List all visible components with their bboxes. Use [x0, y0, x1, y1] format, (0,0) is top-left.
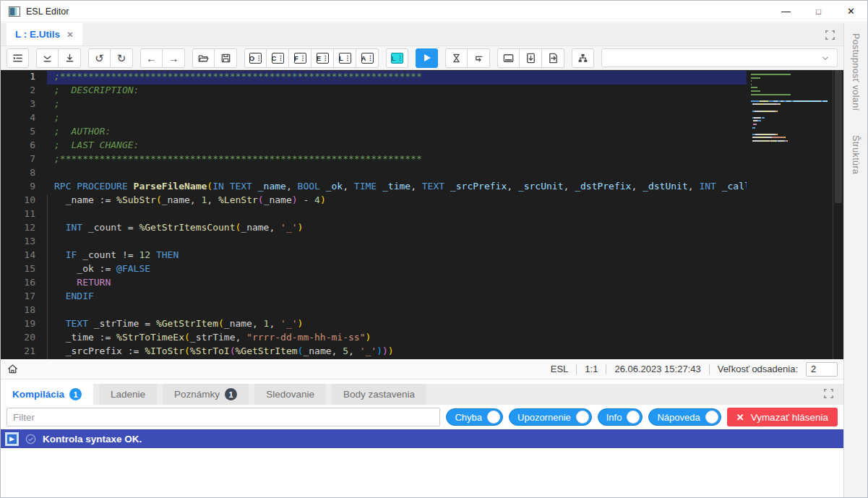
browse-events-button[interactable]: E⋮ — [311, 48, 334, 68]
sidebar-tab-call-sequence[interactable]: Postupnosť volaní — [851, 33, 861, 111]
toolbar-group — [572, 48, 594, 68]
code-line[interactable]: TEXT _strTime = %GetStrItem(_name, 1, '_… — [47, 318, 747, 332]
wait-mode-button[interactable] — [445, 48, 468, 68]
expand-editor-icon[interactable] — [824, 29, 836, 41]
sidebar-tab-structure[interactable]: Štruktúra — [851, 135, 861, 174]
toggle-upozornenie[interactable]: Upozornenie — [509, 408, 592, 426]
line-number: 16 — [1, 277, 43, 291]
panel-tab-kompilacia[interactable]: Kompilácia1 — [1, 384, 93, 405]
open-document-button[interactable] — [192, 48, 215, 68]
panel-tab-body-zastavenia[interactable]: Body zastavenia — [332, 384, 426, 405]
minimap-line — [751, 80, 832, 82]
minimap-line — [751, 87, 832, 88]
toolbar-group — [497, 48, 564, 68]
line-number: 13 — [1, 236, 43, 249]
check-circle-icon — [25, 433, 37, 445]
toggle-chyba[interactable]: Chyba — [446, 408, 503, 426]
toggle-info[interactable]: Info — [598, 408, 643, 426]
panel-tab-label: Ladenie — [111, 389, 145, 400]
message-row[interactable]: ▶ Kontrola syntaxe OK. — [1, 429, 843, 448]
script-selector[interactable] — [601, 48, 838, 67]
code-line[interactable]: ;***************************************… — [47, 71, 747, 85]
save-document-button[interactable] — [215, 48, 237, 68]
indent-size-input[interactable] — [806, 362, 838, 377]
code-line[interactable]: IF _count != 12 THEN — [47, 249, 747, 263]
code-editor[interactable]: 123456789101112131415161718192021 ;*****… — [1, 70, 843, 359]
line-number: 11 — [1, 208, 43, 222]
browse-actions-button[interactable]: A⋮ — [356, 48, 379, 68]
line-number: 12 — [1, 222, 43, 236]
expand-panel-icon[interactable] — [822, 387, 835, 400]
code-line[interactable] — [47, 208, 747, 222]
code-line[interactable]: ;***************************************… — [47, 153, 747, 167]
minimap-line — [751, 134, 832, 135]
browse-objects-button[interactable]: O⋮ — [244, 48, 267, 68]
tab-count-badge: 1 — [225, 388, 237, 400]
run-button[interactable] — [416, 48, 438, 68]
code-line[interactable]: ; — [47, 98, 747, 112]
code-line[interactable]: _name := %SubStr(_name, 1, %LenStr(_name… — [47, 194, 747, 208]
scrollbar-thumb[interactable] — [835, 70, 842, 203]
browse-locals-active-button[interactable]: L⋮ — [386, 48, 408, 68]
code-line[interactable] — [47, 304, 747, 318]
code-line[interactable]: _ok := @FALSE — [47, 263, 747, 277]
divider — [576, 364, 577, 374]
panel-tab-sledovanie[interactable]: Sledovanie — [254, 384, 326, 405]
code-line[interactable]: RPC PROCEDURE ParseFileName(IN TEXT _nam… — [47, 181, 747, 194]
code-line[interactable] — [47, 167, 747, 181]
code-content[interactable]: ;***************************************… — [47, 71, 747, 359]
navigate-back-button[interactable]: ← — [140, 48, 163, 68]
outline-button[interactable] — [7, 48, 29, 68]
save-log-button[interactable] — [520, 48, 542, 68]
minimap[interactable] — [751, 74, 832, 143]
undo-button[interactable]: ↺ — [88, 48, 111, 68]
letter-E-icon: E⋮ — [317, 53, 329, 64]
toggle-label: Info — [606, 412, 622, 423]
panel-tab-poznamky[interactable]: Poznámky1 — [163, 384, 249, 405]
code-line[interactable]: ; DESCRIPTION: — [47, 85, 747, 98]
repeat-icon — [473, 52, 485, 64]
clear-messages-button[interactable]: ✕ Vymazať hlásenia — [727, 408, 838, 426]
floppy-icon — [220, 52, 232, 64]
code-line[interactable]: _time := %StrToTimeEx(_strTime, "rrrr-dd… — [47, 332, 747, 345]
code-line[interactable]: ; AUTHOR: — [47, 126, 747, 139]
show-bottom-panel-button[interactable] — [497, 48, 520, 68]
export-log-button[interactable] — [542, 48, 564, 68]
tab-e-utils[interactable]: L : E.Utils ✕ — [7, 23, 82, 46]
panel-tab-ladenie[interactable]: Ladenie — [99, 384, 157, 405]
chevron-down-icon — [820, 52, 831, 64]
toolbar-group: ↺↻ — [88, 48, 133, 68]
filter-input[interactable] — [7, 408, 440, 426]
code-line[interactable]: ; — [47, 112, 747, 126]
close-button[interactable]: ✕ — [835, 1, 867, 22]
browse-locals-button[interactable]: L⋮ — [334, 48, 356, 68]
check-syntax-button[interactable] — [36, 48, 59, 68]
redo-button[interactable]: ↻ — [111, 48, 133, 68]
tab-close-icon[interactable]: ✕ — [66, 30, 74, 40]
code-line[interactable]: RETURN — [47, 277, 747, 291]
right-sidebar: Postupnosť volaní Štruktúra — [843, 23, 867, 497]
home-icon[interactable] — [7, 363, 19, 375]
code-line[interactable]: INT _count = %GetStrItemsCount(_name, '_… — [47, 222, 747, 236]
browse-functions-button[interactable]: F⋮ — [289, 48, 311, 68]
minimap-line — [751, 90, 832, 92]
bottom-panel: Kompilácia1LadeniePoznámky1SledovanieBod… — [1, 379, 843, 497]
browse-constants-button[interactable]: C⋮ — [267, 48, 289, 68]
maximize-button[interactable]: □ — [802, 1, 835, 22]
editor-scrollbar[interactable] — [833, 70, 843, 359]
toolbar-group — [445, 48, 490, 68]
loop-mode-button[interactable] — [468, 48, 490, 68]
toolbar-group — [192, 48, 237, 68]
toolbar-group: L⋮ — [386, 48, 408, 68]
code-line[interactable]: _srcPrefix := %IToStr(%StrToI(%GetStrIte… — [47, 345, 747, 359]
minimap-line — [751, 113, 832, 115]
code-line[interactable]: ENDIF — [47, 291, 747, 304]
navigate-forward-button[interactable]: → — [163, 48, 185, 68]
toggle-napoveda[interactable]: Nápoveda — [648, 408, 721, 426]
indent-icon — [12, 52, 24, 64]
minimize-button[interactable]: — — [770, 1, 802, 22]
code-line[interactable]: ; LAST CHANGE: — [47, 139, 747, 153]
apply-to-line-button[interactable] — [59, 48, 81, 68]
call-hierarchy-button[interactable] — [572, 48, 594, 68]
code-line[interactable] — [47, 236, 747, 249]
